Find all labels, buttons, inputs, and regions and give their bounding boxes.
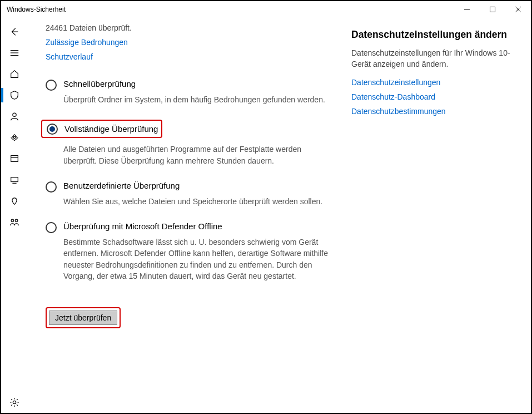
- radio-full-scan[interactable]: [47, 124, 58, 135]
- option-desc: Überprüft Ordner im System, in dem häufi…: [63, 94, 335, 105]
- nav-device-performance[interactable]: [1, 190, 28, 211]
- scan-now-button[interactable]: Jetzt überprüfen: [49, 310, 117, 325]
- option-title: Benutzerdefinierte Überprüfung: [63, 181, 335, 190]
- nav-settings[interactable]: [1, 392, 28, 413]
- option-title: Vollständige Überprüfung: [64, 124, 158, 134]
- radio-custom-scan[interactable]: [46, 181, 57, 193]
- right-panel: Datenschutzeinstellungen ändern Datensch…: [351, 23, 520, 402]
- titlebar: Windows-Sicherheit: [1, 1, 531, 18]
- svg-point-13: [11, 219, 14, 222]
- option-desc: Wählen Sie aus, welche Dateien und Speic…: [63, 196, 335, 207]
- highlighted-selection: Vollständige Überprüfung: [41, 120, 162, 138]
- scan-status: 24461 Dateien überprüft.: [46, 23, 335, 32]
- option-offline-scan[interactable]: Überprüfung mit Microsoft Defender Offli…: [46, 221, 335, 282]
- link-privacy-dashboard[interactable]: Datenschutz-Dashboard: [351, 92, 520, 101]
- minimize-button[interactable]: [454, 1, 480, 18]
- app-window: Windows-Sicherheit: [0, 0, 532, 414]
- radio-offline-scan[interactable]: [46, 222, 57, 233]
- link-privacy-statement[interactable]: Datenschutzbestimmungen: [351, 107, 520, 116]
- svg-point-7: [13, 113, 16, 116]
- svg-point-15: [13, 401, 16, 403]
- svg-point-8: [13, 136, 16, 139]
- nav-device-security[interactable]: [1, 169, 28, 190]
- scan-options: Schnellüberprüfung Überprüft Ordner im S…: [46, 79, 335, 282]
- right-panel-title: Datenschutzeinstellungen ändern: [351, 29, 520, 41]
- menu-button[interactable]: [1, 42, 28, 63]
- option-custom-scan[interactable]: Benutzerdefinierte Überprüfung Wählen Si…: [46, 181, 335, 207]
- link-protection-history[interactable]: Schutzverlauf: [46, 52, 335, 61]
- right-panel-desc: Datenschutzeinstellungen für Ihr Windows…: [351, 47, 520, 70]
- option-title: Überprüfung mit Microsoft Defender Offli…: [63, 221, 335, 231]
- svg-rect-9: [11, 156, 18, 162]
- body: 24461 Dateien überprüft. Zulässige Bedro…: [1, 18, 531, 413]
- option-desc: Bestimmte Schadsoftware lässt sich u. U.…: [63, 236, 335, 282]
- back-button[interactable]: [1, 21, 28, 42]
- window-controls: [454, 1, 531, 18]
- link-allowed-threats[interactable]: Zulässige Bedrohungen: [46, 38, 335, 47]
- option-quick-scan[interactable]: Schnellüberprüfung Überprüft Ordner im S…: [46, 79, 335, 105]
- close-button[interactable]: [505, 1, 531, 18]
- svg-rect-11: [11, 178, 18, 182]
- option-title: Schnellüberprüfung: [63, 79, 335, 88]
- window-title: Windows-Sicherheit: [7, 6, 66, 13]
- maximize-button[interactable]: [480, 1, 505, 18]
- main-panel: 24461 Dateien überprüft. Zulässige Bedro…: [46, 23, 335, 402]
- nav-account-protection[interactable]: [1, 106, 28, 127]
- nav-app-browser[interactable]: [1, 148, 28, 169]
- option-desc: Alle Dateien und ausgeführten Programme …: [63, 144, 335, 166]
- content-area: 24461 Dateien überprüft. Zulässige Bedro…: [28, 18, 531, 413]
- nav-firewall[interactable]: [1, 127, 28, 148]
- sidebar: [1, 18, 28, 413]
- nav-home[interactable]: [1, 63, 28, 85]
- highlighted-button-wrap: Jetzt überprüfen: [46, 307, 121, 328]
- option-full-scan[interactable]: Vollständige Überprüfung Alle Dateien un…: [46, 120, 335, 166]
- radio-quick-scan[interactable]: [46, 80, 57, 91]
- link-privacy-settings[interactable]: Datenschutzeinstellungen: [351, 78, 520, 87]
- svg-point-14: [15, 219, 18, 222]
- nav-family-options[interactable]: [1, 211, 28, 233]
- svg-rect-1: [490, 7, 495, 12]
- nav-virus-protection[interactable]: [1, 85, 28, 106]
